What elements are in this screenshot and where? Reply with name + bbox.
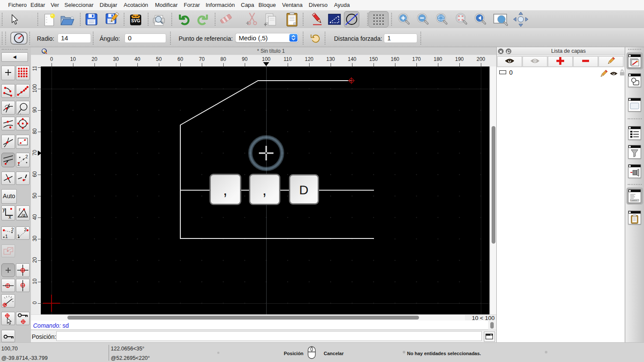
svg-text:SVG: SVG: [131, 18, 140, 23]
svg-text:2: 2: [11, 227, 14, 232]
svg-text:comment: comment: [631, 200, 637, 202]
svg-text:a: a: [23, 212, 26, 217]
svg-text:1: 1: [5, 234, 8, 239]
svg-text:2: 2: [24, 227, 27, 232]
svg-text:x: x: [9, 214, 11, 219]
svg-text:r: r: [19, 207, 21, 212]
svg-text:1: 1: [17, 234, 20, 239]
svg-text:y: y: [3, 206, 5, 212]
svg-text:2: 2: [25, 154, 28, 159]
